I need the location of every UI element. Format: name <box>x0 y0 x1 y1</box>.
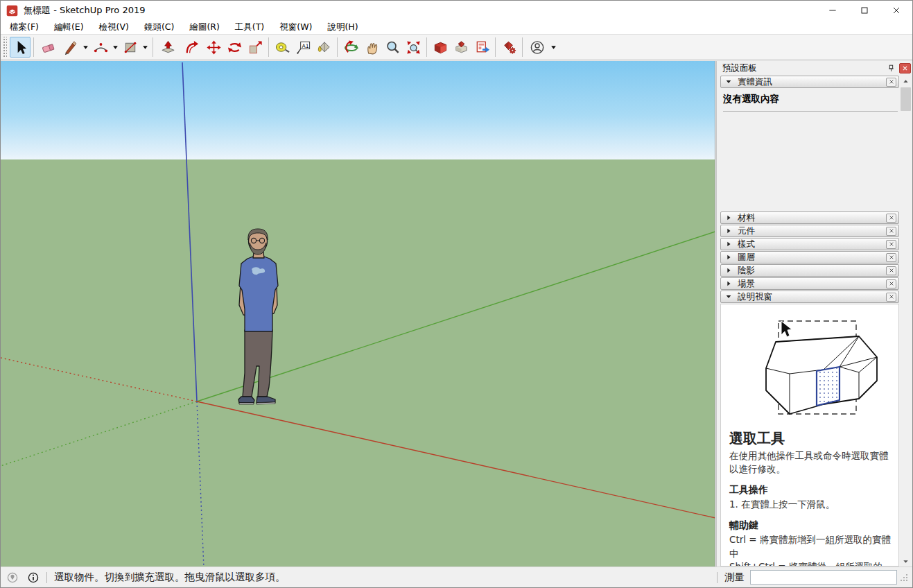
section-components[interactable]: 元件 <box>720 225 899 237</box>
scroll-down-button[interactable] <box>900 555 912 567</box>
rotate-tool-button[interactable] <box>224 37 245 58</box>
close-section-button[interactable] <box>886 227 896 236</box>
zoom-extents-tool-button[interactable] <box>403 37 424 58</box>
maximize-button[interactable] <box>849 1 880 20</box>
section-label: 說明視窗 <box>738 291 886 303</box>
arc-icon <box>93 40 109 55</box>
extension-manager-button[interactable] <box>498 37 519 58</box>
chevron-down-icon <box>550 44 557 51</box>
close-section-button[interactable] <box>886 266 896 275</box>
instructor-description: 在使用其他操作工具或命令時選取實體以進行修改。 <box>729 449 892 476</box>
default-tray-panel: 預設面板 實體資訊 沒有選取內容 材料 <box>716 61 912 567</box>
section-label: 材料 <box>738 212 886 224</box>
section-entity-info[interactable]: 實體資訊 <box>720 76 899 88</box>
section-shadows[interactable]: 陰影 <box>720 264 899 277</box>
instructor-operation-step: 1. 在實體上按一下滑鼠。 <box>729 498 892 511</box>
blue-axis-dotted <box>197 401 204 568</box>
section-scenes[interactable]: 場景 <box>720 277 899 290</box>
close-button[interactable] <box>880 1 912 20</box>
tape-measure-icon <box>275 40 290 55</box>
drawing-viewport[interactable] <box>1 61 715 568</box>
extension-manager-icon <box>501 40 517 55</box>
chevron-right-icon <box>725 214 733 222</box>
geolocation-button[interactable] <box>5 570 20 585</box>
eraser-tool-button[interactable] <box>37 37 60 58</box>
titlebar: 無標題 - SketchUp Pro 2019 <box>1 1 912 20</box>
section-instructor[interactable]: 說明視窗 <box>720 291 899 303</box>
section-layers[interactable]: 圖層 <box>720 251 899 263</box>
menu-window[interactable]: 視窗(W) <box>272 20 320 35</box>
svg-text:A1: A1 <box>302 42 308 49</box>
chevron-right-icon <box>725 227 733 235</box>
rotate-icon <box>227 40 243 55</box>
section-label: 陰影 <box>738 265 886 277</box>
rectangle-tool-button[interactable] <box>120 37 141 58</box>
follow-me-tool-button[interactable] <box>180 37 203 58</box>
account-dropdown[interactable] <box>549 37 558 58</box>
pin-panel-button[interactable] <box>885 62 897 74</box>
pan-tool-button[interactable] <box>361 37 382 58</box>
chevron-down-icon <box>82 44 89 51</box>
measurements-label: 測量 <box>724 571 745 584</box>
scene-canvas <box>1 61 715 568</box>
toolbar-separator <box>337 37 338 57</box>
panel-scrollbar[interactable] <box>900 76 912 567</box>
scrollbar-thumb[interactable] <box>901 87 911 111</box>
sketchup-logo-icon <box>6 5 18 17</box>
menu-camera[interactable]: 鏡頭(C) <box>137 20 182 35</box>
rectangle-tool-dropdown[interactable] <box>141 37 150 58</box>
send-to-layout-button[interactable] <box>471 37 492 58</box>
toolbar-separator <box>522 37 523 57</box>
close-section-button[interactable] <box>886 78 896 87</box>
extension-warehouse-button[interactable] <box>451 37 471 58</box>
help-info-button[interactable] <box>26 570 41 585</box>
move-tool-button[interactable] <box>203 37 224 58</box>
statusbar: 選取物件。切換到擴充選取。拖曳滑鼠以選取多項。 測量 <box>1 567 912 587</box>
menu-edit[interactable]: 編輯(E) <box>46 20 92 35</box>
orbit-tool-button[interactable] <box>340 37 361 58</box>
toolbar-drag-handle[interactable] <box>2 37 7 58</box>
line-tool-dropdown[interactable] <box>81 37 90 58</box>
tape-measure-tool-button[interactable] <box>272 37 293 58</box>
paint-bucket-tool-button[interactable] <box>313 37 334 58</box>
close-icon <box>889 215 894 220</box>
scroll-up-button[interactable] <box>900 76 912 87</box>
close-icon <box>902 65 908 71</box>
text-tool-button[interactable]: A1 <box>293 37 313 58</box>
menu-file[interactable]: 檔案(F) <box>2 20 46 35</box>
account-button[interactable] <box>525 37 549 58</box>
3d-warehouse-button[interactable] <box>430 37 451 58</box>
close-section-button[interactable] <box>886 240 896 249</box>
account-icon <box>530 40 546 55</box>
close-section-button[interactable] <box>886 253 896 262</box>
green-axis <box>197 232 715 401</box>
rectangle-icon <box>123 40 139 55</box>
menu-tools[interactable]: 工具(T) <box>227 20 272 35</box>
arc-tool-dropdown[interactable] <box>111 37 120 58</box>
instructor-house-illustration <box>723 309 896 428</box>
menu-view[interactable]: 檢視(V) <box>92 20 137 35</box>
minimize-button[interactable] <box>817 1 849 20</box>
section-styles[interactable]: 樣式 <box>720 238 899 250</box>
measurements-input[interactable] <box>750 570 897 585</box>
arc-tool-button[interactable] <box>90 37 111 58</box>
close-section-button[interactable] <box>886 214 896 223</box>
select-tool-button[interactable] <box>10 37 31 58</box>
chevron-down-icon <box>142 44 148 51</box>
close-section-button[interactable] <box>886 293 896 302</box>
close-section-button[interactable] <box>886 279 896 288</box>
close-icon <box>889 281 894 286</box>
instructor-body: 選取工具 在使用其他操作工具或命令時選取實體以進行修改。 工具操作 1. 在實體… <box>720 304 899 567</box>
line-tool-button[interactable] <box>60 37 81 58</box>
scale-tool-button[interactable] <box>245 37 266 58</box>
menu-help[interactable]: 說明(H) <box>320 20 365 35</box>
chevron-right-icon <box>725 266 733 275</box>
section-materials[interactable]: 材料 <box>720 211 899 224</box>
close-panel-button[interactable] <box>899 63 911 74</box>
statusbar-separator <box>46 572 47 583</box>
resize-grip-icon[interactable] <box>900 573 908 582</box>
close-icon <box>889 79 894 85</box>
menu-draw[interactable]: 繪圖(R) <box>182 20 227 35</box>
zoom-tool-button[interactable] <box>382 37 403 58</box>
push-pull-tool-button[interactable] <box>156 37 180 58</box>
